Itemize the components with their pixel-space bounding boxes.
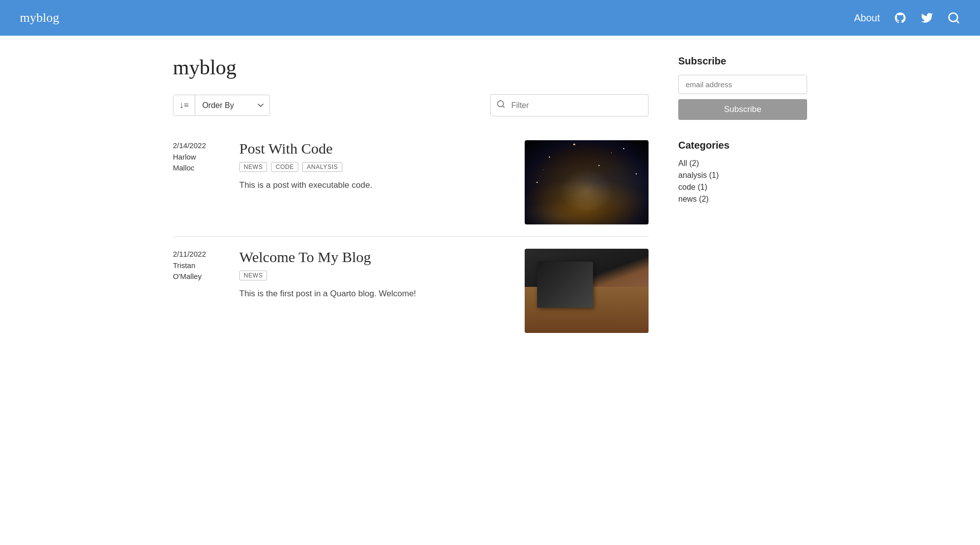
post-date: 2/11/2022 (173, 249, 227, 260)
post-body: Post With Code NEWS CODE ANALYSIS This i… (239, 140, 513, 224)
site-header: myblog About (0, 0, 980, 36)
email-input[interactable] (678, 75, 807, 94)
svg-line-1 (956, 20, 959, 23)
main-content: myblog ↓≡ Order By Date Title Author (173, 55, 649, 345)
subscribe-section: Subscribe Subscribe (678, 55, 807, 120)
github-icon[interactable] (894, 11, 907, 24)
category-all[interactable]: All (2) (678, 159, 807, 168)
post-meta: 2/14/2022 Harlow Malloc (173, 140, 227, 224)
post-tags: NEWS CODE ANALYSIS (239, 162, 513, 172)
filter-wrapper (490, 94, 649, 116)
post-body: Welcome To My Blog NEWS This is the firs… (239, 249, 513, 333)
page-title: myblog (173, 55, 649, 79)
category-code[interactable]: code (1) (678, 183, 807, 192)
post-tags: NEWS (239, 271, 513, 280)
subscribe-button[interactable]: Subscribe (678, 99, 807, 120)
toolbar: ↓≡ Order By Date Title Author (173, 94, 649, 116)
post-author-line2: Malloc (173, 163, 227, 174)
post-item: 2/11/2022 Tristan O'Malley Welcome To My… (173, 237, 649, 345)
post-item: 2/14/2022 Harlow Malloc Post With Code N… (173, 128, 649, 236)
filter-input[interactable] (511, 96, 648, 115)
post-excerpt: This is the first post in a Quarto blog.… (239, 287, 513, 300)
search-icon[interactable] (947, 11, 960, 24)
post-image-space (525, 140, 649, 224)
tag-news[interactable]: NEWS (239, 162, 267, 172)
post-author-line1: Harlow (173, 152, 227, 163)
filter-search-icon (490, 95, 511, 116)
categories-section: Categories All (2) analysis (1) code (1)… (678, 140, 807, 204)
post-title[interactable]: Post With Code (239, 140, 513, 157)
page-container: myblog ↓≡ Order By Date Title Author (143, 36, 837, 365)
post-date: 2/14/2022 (173, 140, 227, 152)
post-title[interactable]: Welcome To My Blog (239, 249, 513, 266)
subscribe-heading: Subscribe (678, 55, 807, 67)
site-brand[interactable]: myblog (20, 10, 59, 25)
post-author-line2: O'Malley (173, 271, 227, 282)
post-excerpt: This is a post with executable code. (239, 179, 513, 192)
order-by-select[interactable]: Order By Date Title Author (195, 96, 270, 114)
post-image-desk (525, 249, 649, 333)
sort-icon[interactable]: ↓≡ (173, 95, 195, 115)
categories-heading: Categories (678, 140, 807, 151)
svg-line-3 (502, 106, 504, 107)
tag-news[interactable]: NEWS (239, 271, 267, 280)
post-author-line1: Tristan (173, 260, 227, 272)
category-analysis[interactable]: analysis (1) (678, 171, 807, 180)
category-news[interactable]: news (2) (678, 195, 807, 204)
site-nav: About (854, 11, 960, 24)
tag-code[interactable]: CODE (271, 162, 298, 172)
tag-analysis[interactable]: ANALYSIS (302, 162, 342, 172)
order-by-wrapper: ↓≡ Order By Date Title Author (173, 95, 270, 116)
twitter-icon[interactable] (921, 11, 933, 24)
nav-about-link[interactable]: About (854, 12, 880, 24)
post-meta: 2/11/2022 Tristan O'Malley (173, 249, 227, 333)
sidebar: Subscribe Subscribe Categories All (2) a… (678, 55, 807, 345)
